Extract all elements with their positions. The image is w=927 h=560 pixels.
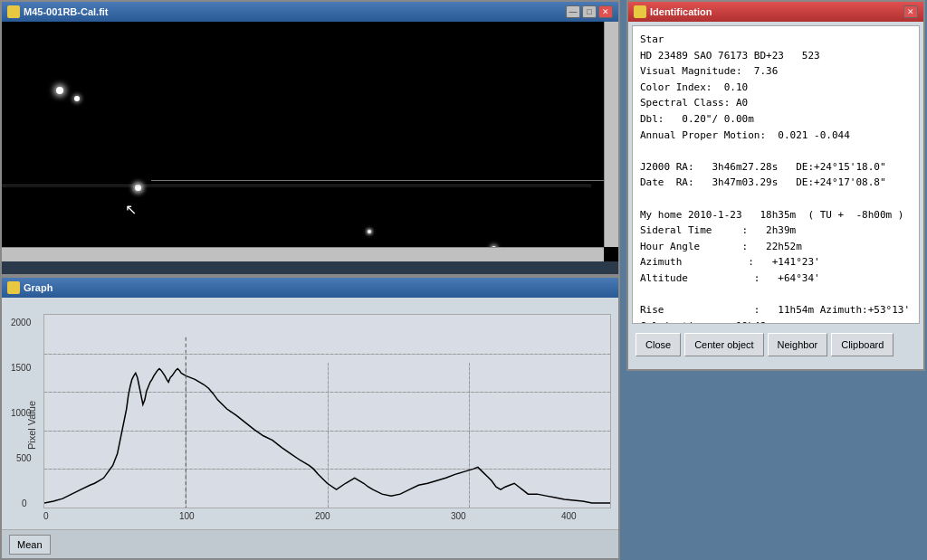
- id-line-datera: Date RA: 3h47m03.29s DE:+24°17'08.8": [640, 175, 912, 191]
- identification-window: Identification ✕ Star HD 23489 SAO 76173…: [626, 0, 925, 371]
- y-tick-2000: 2000: [11, 318, 31, 327]
- main-title-group: M45-001RB-Cal.fit: [7, 5, 109, 18]
- diffraction-line-1: [2, 185, 591, 185]
- star-1: [56, 87, 63, 94]
- id-line-pm: Annual Proper Motion: 0.021 -0.044: [640, 128, 912, 144]
- id-titlebar: Identification ✕: [628, 2, 923, 22]
- id-line-hourangle: Hour Angle : 22h52m: [640, 239, 912, 255]
- star-4: [368, 230, 371, 233]
- id-line-culmination: Culmination : 19h48m: [640, 318, 912, 324]
- x-tick-100: 100: [179, 511, 195, 521]
- id-line-myhome: My home 2010-1-23 18h35m ( TU + -8h00m ): [640, 207, 912, 223]
- graph-svg: [44, 315, 610, 508]
- id-content-area[interactable]: Star HD 23489 SAO 76173 BD+23 523 Visual…: [632, 25, 920, 324]
- id-line-magnitude: Visual Magnitude: 7.36: [640, 63, 912, 80]
- main-maximize-button[interactable]: □: [582, 5, 597, 18]
- id-line-azimuth: Azimuth : +141°23': [640, 254, 912, 271]
- graph-window-icon: [7, 281, 20, 294]
- y-tick-1000: 1000: [11, 408, 31, 418]
- y-tick-500: 500: [16, 453, 32, 463]
- id-window-controls[interactable]: ✕: [903, 5, 918, 18]
- id-close-button[interactable]: ✕: [903, 5, 918, 18]
- y-tick-1500: 1500: [11, 363, 31, 373]
- id-line-spectral: Spectral Class: A0: [640, 95, 912, 111]
- id-line-altitude: Altitude : +64°34': [640, 271, 912, 287]
- diffraction-line-2: [2, 186, 591, 187]
- id-line-star: Star: [640, 32, 912, 48]
- image-scrollbar-h[interactable]: [2, 247, 604, 261]
- id-line-sidereal: Sideral Time : 2h39m: [640, 223, 912, 239]
- id-line-dbl: Dbl: 0.20"/ 0.00m: [640, 111, 912, 128]
- image-scrollbar-v[interactable]: [604, 22, 618, 247]
- graph-bottom-bar: Mean: [2, 529, 618, 558]
- main-titlebar: M45-001RB-Cal.fit — □ ✕: [2, 2, 618, 22]
- main-window-controls[interactable]: — □ ✕: [566, 5, 613, 18]
- graph-title-group: Graph: [7, 281, 53, 294]
- id-window-icon: [634, 5, 646, 18]
- center-object-button[interactable]: Center object: [684, 333, 763, 356]
- graph-body: Pixel Value 2000 1500 1000 500 0: [2, 298, 618, 553]
- x-tick-400: 400: [561, 511, 577, 521]
- graph-window-title: Graph: [24, 282, 53, 293]
- id-title-group: Identification: [634, 5, 712, 18]
- mouse-cursor: ↖: [125, 203, 136, 217]
- horizontal-line: [151, 180, 604, 181]
- main-window-icon: [7, 5, 20, 18]
- graph-window: Graph Pixel Value 2000 1500 1000 500 0: [0, 276, 620, 560]
- id-line-hd: HD 23489 SAO 76173 BD+23 523: [640, 48, 912, 64]
- main-window-title: M45-001RB-Cal.fit: [24, 6, 109, 17]
- id-window-title: Identification: [650, 6, 712, 17]
- image-area[interactable]: ↖: [2, 22, 618, 261]
- x-tick-0: 0: [43, 511, 49, 521]
- id-line-j2000ra: J2000 RA: 3h46m27.28s DE:+24°15'18.0": [640, 159, 912, 176]
- id-line-rise: Rise : 11h54m Azimuth:+53°13': [640, 302, 912, 318]
- id-line-color: Color Index: 0.10: [640, 80, 912, 96]
- main-image-window: M45-001RB-Cal.fit — □ ✕ ↖: [0, 0, 620, 276]
- id-buttons-area: Close Center object Neighbor Clipboard: [628, 327, 923, 362]
- neighbor-button[interactable]: Neighbor: [768, 333, 828, 356]
- main-close-button[interactable]: ✕: [598, 5, 613, 18]
- close-button[interactable]: Close: [636, 333, 681, 356]
- main-minimize-button[interactable]: —: [566, 5, 580, 18]
- graph-plot-area: [43, 314, 611, 508]
- x-tick-300: 300: [451, 511, 466, 521]
- clipboard-button[interactable]: Clipboard: [831, 333, 894, 356]
- star-2: [74, 96, 80, 101]
- y-tick-0: 0: [22, 498, 27, 508]
- graph-titlebar: Graph: [2, 278, 618, 298]
- mean-button[interactable]: Mean: [9, 535, 51, 555]
- x-tick-200: 200: [315, 511, 330, 521]
